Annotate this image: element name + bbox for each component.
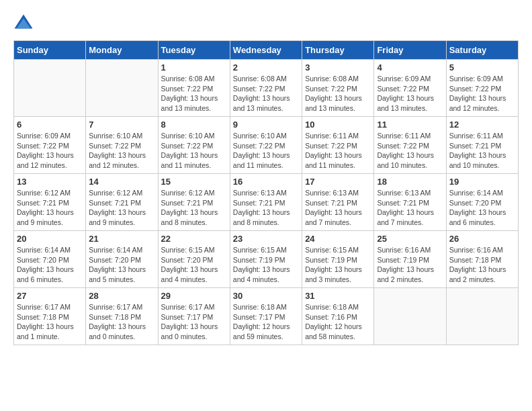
calendar-cell: 15Sunrise: 6:12 AM Sunset: 7:21 PM Dayli… <box>158 174 230 231</box>
day-info: Sunrise: 6:11 AM Sunset: 7:21 PM Dayligh… <box>449 131 515 171</box>
day-number: 9 <box>233 120 299 130</box>
calendar-cell: 20Sunrise: 6:14 AM Sunset: 7:20 PM Dayli… <box>14 231 86 288</box>
calendar-cell: 16Sunrise: 6:13 AM Sunset: 7:21 PM Dayli… <box>230 174 302 231</box>
calendar-cell <box>446 288 518 345</box>
day-number: 5 <box>449 62 515 73</box>
day-number: 22 <box>161 234 227 244</box>
day-number: 20 <box>17 234 83 244</box>
day-info: Sunrise: 6:13 AM Sunset: 7:21 PM Dayligh… <box>305 188 371 228</box>
calendar-cell <box>14 60 86 117</box>
page-header <box>13 13 519 34</box>
day-info: Sunrise: 6:13 AM Sunset: 7:21 PM Dayligh… <box>233 188 299 228</box>
day-info: Sunrise: 6:11 AM Sunset: 7:22 PM Dayligh… <box>377 131 443 171</box>
calendar-cell: 3Sunrise: 6:08 AM Sunset: 7:22 PM Daylig… <box>302 60 374 117</box>
day-info: Sunrise: 6:12 AM Sunset: 7:21 PM Dayligh… <box>161 188 227 228</box>
day-info: Sunrise: 6:10 AM Sunset: 7:22 PM Dayligh… <box>161 131 227 171</box>
day-of-week-header: Thursday <box>302 41 374 60</box>
calendar-cell: 22Sunrise: 6:15 AM Sunset: 7:20 PM Dayli… <box>158 231 230 288</box>
calendar-cell: 7Sunrise: 6:10 AM Sunset: 7:22 PM Daylig… <box>86 117 158 174</box>
calendar-cell: 2Sunrise: 6:08 AM Sunset: 7:22 PM Daylig… <box>230 60 302 117</box>
calendar-header-row: SundayMondayTuesdayWednesdayThursdayFrid… <box>14 41 519 60</box>
calendar-week-row: 13Sunrise: 6:12 AM Sunset: 7:21 PM Dayli… <box>14 174 519 231</box>
calendar-cell: 6Sunrise: 6:09 AM Sunset: 7:22 PM Daylig… <box>14 117 86 174</box>
calendar-cell: 29Sunrise: 6:17 AM Sunset: 7:17 PM Dayli… <box>158 288 230 345</box>
day-number: 10 <box>305 120 371 130</box>
calendar-cell: 27Sunrise: 6:17 AM Sunset: 7:18 PM Dayli… <box>14 288 86 345</box>
day-info: Sunrise: 6:18 AM Sunset: 7:17 PM Dayligh… <box>233 302 299 342</box>
day-number: 14 <box>89 177 154 187</box>
day-of-week-header: Tuesday <box>158 41 230 60</box>
day-info: Sunrise: 6:16 AM Sunset: 7:19 PM Dayligh… <box>377 245 443 285</box>
day-info: Sunrise: 6:08 AM Sunset: 7:22 PM Dayligh… <box>233 74 299 113</box>
calendar-cell: 23Sunrise: 6:15 AM Sunset: 7:19 PM Dayli… <box>230 231 302 288</box>
day-info: Sunrise: 6:12 AM Sunset: 7:21 PM Dayligh… <box>17 188 83 228</box>
calendar-week-row: 20Sunrise: 6:14 AM Sunset: 7:20 PM Dayli… <box>14 231 519 288</box>
calendar-week-row: 27Sunrise: 6:17 AM Sunset: 7:18 PM Dayli… <box>14 288 519 345</box>
day-info: Sunrise: 6:14 AM Sunset: 7:20 PM Dayligh… <box>89 245 154 285</box>
day-info: Sunrise: 6:14 AM Sunset: 7:20 PM Dayligh… <box>449 188 515 228</box>
day-number: 28 <box>89 291 154 301</box>
day-info: Sunrise: 6:16 AM Sunset: 7:18 PM Dayligh… <box>449 245 515 285</box>
day-number: 21 <box>89 234 154 244</box>
calendar-cell: 17Sunrise: 6:13 AM Sunset: 7:21 PM Dayli… <box>302 174 374 231</box>
day-number: 6 <box>17 120 83 130</box>
day-info: Sunrise: 6:08 AM Sunset: 7:22 PM Dayligh… <box>305 74 371 113</box>
day-info: Sunrise: 6:18 AM Sunset: 7:16 PM Dayligh… <box>305 302 371 342</box>
day-info: Sunrise: 6:09 AM Sunset: 7:22 PM Dayligh… <box>449 74 515 113</box>
day-info: Sunrise: 6:17 AM Sunset: 7:18 PM Dayligh… <box>17 302 83 342</box>
calendar-cell: 28Sunrise: 6:17 AM Sunset: 7:18 PM Dayli… <box>86 288 158 345</box>
day-number: 24 <box>305 234 371 244</box>
day-info: Sunrise: 6:09 AM Sunset: 7:22 PM Dayligh… <box>377 74 443 113</box>
day-number: 1 <box>161 62 227 73</box>
day-info: Sunrise: 6:14 AM Sunset: 7:20 PM Dayligh… <box>17 245 83 285</box>
day-info: Sunrise: 6:17 AM Sunset: 7:18 PM Dayligh… <box>89 302 154 342</box>
calendar-cell <box>374 288 446 345</box>
day-number: 18 <box>377 177 443 187</box>
calendar-cell: 21Sunrise: 6:14 AM Sunset: 7:20 PM Dayli… <box>86 231 158 288</box>
day-of-week-header: Wednesday <box>230 41 302 60</box>
calendar-cell: 4Sunrise: 6:09 AM Sunset: 7:22 PM Daylig… <box>374 60 446 117</box>
day-number: 13 <box>17 177 83 187</box>
calendar-cell: 5Sunrise: 6:09 AM Sunset: 7:22 PM Daylig… <box>446 60 518 117</box>
day-info: Sunrise: 6:15 AM Sunset: 7:19 PM Dayligh… <box>233 245 299 285</box>
logo-icon <box>13 13 34 34</box>
calendar-cell: 31Sunrise: 6:18 AM Sunset: 7:16 PM Dayli… <box>302 288 374 345</box>
day-info: Sunrise: 6:15 AM Sunset: 7:20 PM Dayligh… <box>161 245 227 285</box>
day-info: Sunrise: 6:09 AM Sunset: 7:22 PM Dayligh… <box>17 131 83 171</box>
day-number: 16 <box>233 177 299 187</box>
calendar-cell: 18Sunrise: 6:13 AM Sunset: 7:21 PM Dayli… <box>374 174 446 231</box>
calendar-cell: 1Sunrise: 6:08 AM Sunset: 7:22 PM Daylig… <box>158 60 230 117</box>
calendar-week-row: 6Sunrise: 6:09 AM Sunset: 7:22 PM Daylig… <box>14 117 519 174</box>
day-number: 17 <box>305 177 371 187</box>
day-number: 11 <box>377 120 443 130</box>
calendar-week-row: 1Sunrise: 6:08 AM Sunset: 7:22 PM Daylig… <box>14 60 519 117</box>
day-info: Sunrise: 6:13 AM Sunset: 7:21 PM Dayligh… <box>377 188 443 228</box>
calendar-cell: 30Sunrise: 6:18 AM Sunset: 7:17 PM Dayli… <box>230 288 302 345</box>
day-info: Sunrise: 6:08 AM Sunset: 7:22 PM Dayligh… <box>161 74 227 113</box>
day-info: Sunrise: 6:17 AM Sunset: 7:17 PM Dayligh… <box>161 302 227 342</box>
calendar-cell <box>86 60 158 117</box>
day-number: 15 <box>161 177 227 187</box>
day-number: 25 <box>377 234 443 244</box>
day-of-week-header: Friday <box>374 41 446 60</box>
calendar-cell: 14Sunrise: 6:12 AM Sunset: 7:21 PM Dayli… <box>86 174 158 231</box>
day-of-week-header: Sunday <box>14 41 86 60</box>
day-info: Sunrise: 6:10 AM Sunset: 7:22 PM Dayligh… <box>89 131 154 171</box>
calendar-cell: 25Sunrise: 6:16 AM Sunset: 7:19 PM Dayli… <box>374 231 446 288</box>
calendar-cell: 11Sunrise: 6:11 AM Sunset: 7:22 PM Dayli… <box>374 117 446 174</box>
day-of-week-header: Monday <box>86 41 158 60</box>
day-number: 31 <box>305 291 371 301</box>
calendar-cell: 13Sunrise: 6:12 AM Sunset: 7:21 PM Dayli… <box>14 174 86 231</box>
calendar-cell: 12Sunrise: 6:11 AM Sunset: 7:21 PM Dayli… <box>446 117 518 174</box>
calendar-cell: 9Sunrise: 6:10 AM Sunset: 7:22 PM Daylig… <box>230 117 302 174</box>
day-number: 29 <box>161 291 227 301</box>
day-info: Sunrise: 6:11 AM Sunset: 7:22 PM Dayligh… <box>305 131 371 171</box>
day-number: 12 <box>449 120 515 130</box>
day-info: Sunrise: 6:12 AM Sunset: 7:21 PM Dayligh… <box>89 188 154 228</box>
day-number: 26 <box>449 234 515 244</box>
day-of-week-header: Saturday <box>446 41 518 60</box>
day-number: 8 <box>161 120 227 130</box>
day-number: 23 <box>233 234 299 244</box>
day-number: 30 <box>233 291 299 301</box>
calendar-cell: 19Sunrise: 6:14 AM Sunset: 7:20 PM Dayli… <box>446 174 518 231</box>
